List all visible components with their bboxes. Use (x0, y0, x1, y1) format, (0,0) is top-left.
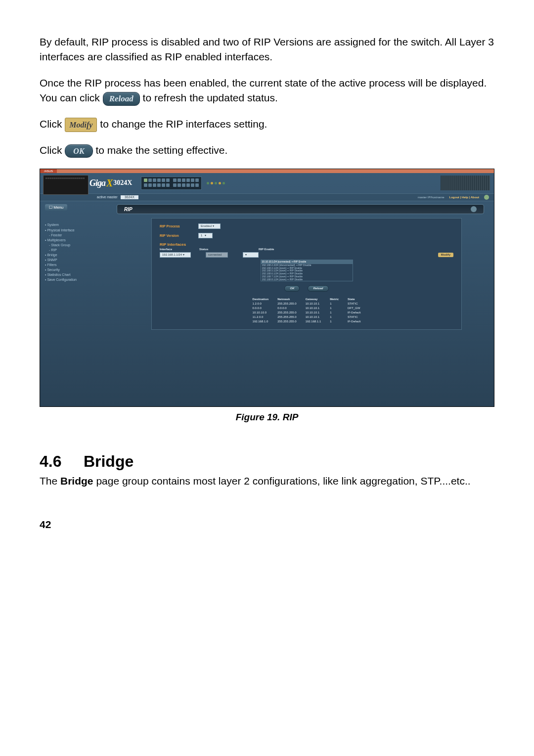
section-heading: 4.6 Bridge (40, 452, 494, 471)
section-body: The Bridge page group contains most laye… (40, 474, 494, 489)
routing-table: Destination Netmask Gateway Metric State… (248, 297, 366, 324)
table-row: 0.0.0.00.0.0.010.10.10.11DFT_GW (249, 307, 365, 310)
master-select[interactable]: 3024X (121, 195, 138, 199)
window-titlebar: /ASUS (40, 169, 494, 173)
modify-button-inline[interactable]: Modify (65, 118, 97, 132)
table-row: 11.2.0.0255.255.255.010.10.10.11STATIC (249, 315, 365, 319)
interface-select[interactable]: 192.168.1.1/24 ▾ (160, 252, 191, 258)
logo-x-icon: X (106, 178, 112, 189)
table-row: 1.2.0.0255.255.255.010.10.10.11STATIC (249, 302, 365, 306)
page-title: RIP (124, 207, 133, 213)
p2-b: to refresh the updated status. (143, 92, 278, 103)
status-field: connected (206, 252, 228, 258)
logo-brand: Giga (89, 178, 105, 188)
page-title-banner: RIP (117, 204, 484, 214)
ok-button-inline[interactable]: OK (65, 144, 92, 158)
sidebar-item-security[interactable]: • Security (45, 267, 117, 272)
col-interface: Interface (160, 248, 199, 251)
rt-h-metric: Metric (326, 298, 343, 301)
rip-interfaces-title: RIP Interfaces (160, 242, 453, 247)
col-status: Status (199, 248, 259, 251)
sidebar-item-stack[interactable]: - Stack Group (45, 243, 117, 248)
sidebar: ☐ Menu • System • Physical Interface - F… (40, 201, 117, 405)
figure-caption: Figure 19. RIP (40, 412, 494, 423)
sidebar-item-rip[interactable]: - RIP (45, 248, 117, 253)
device-thumb (43, 175, 89, 195)
sidebar-item-stats[interactable]: • Statistics Chart (45, 272, 117, 277)
rip-enable-select[interactable]: ▾ (243, 252, 259, 258)
section-title: Bridge (84, 452, 134, 470)
sb-b: page group contains most layer 2 configu… (93, 475, 471, 487)
rip-panel: RIP Process Enabled ▾ RIP Version 1 ▾ RI… (151, 218, 462, 329)
subbar-label: active master (97, 195, 118, 199)
rt-h-gw: Gateway (302, 298, 325, 301)
subbar-right-text: master IP/hostname (418, 196, 445, 199)
sidebar-item-system[interactable]: • System (45, 222, 117, 227)
paragraph-1: By default, RIP process is disabled and … (40, 35, 494, 65)
p4-a: Click (40, 144, 65, 156)
sidebar-item-filters[interactable]: • Filters (45, 263, 117, 267)
sidebar-item-bridge[interactable]: • Bridge (45, 253, 117, 258)
rt-h-dest: Destination (249, 298, 273, 301)
led-cluster (207, 182, 225, 184)
product-logo: Giga X 3024X (89, 178, 132, 189)
rack-image (441, 176, 490, 190)
sidebar-item-save[interactable]: • Save Configuration (45, 277, 117, 282)
paragraph-3: Click Modify to change the RIP interface… (40, 117, 494, 132)
sb-bold: Bridge (60, 475, 93, 487)
rip-process-label: RIP Process (160, 224, 194, 228)
rt-h-mask: Netmask (273, 298, 300, 301)
figure-screenshot: /ASUS Giga X 3024X (40, 169, 494, 407)
rip-process-select[interactable]: Enabled ▾ (198, 223, 221, 229)
p3-b: to change the RIP interfaces setting. (100, 118, 267, 130)
sidebar-item-snmp[interactable]: • SNMP (45, 258, 117, 263)
top-links[interactable]: Logout | Help | About (449, 196, 479, 199)
logo-model: 3024X (113, 179, 132, 187)
port-status-grid (141, 177, 201, 190)
interface-list[interactable]: 10.10.10.1/24 [connected] ⇒ RIP Enable 1… (261, 260, 353, 281)
section-number: 4.6 (40, 452, 79, 471)
rt-h-state: State (344, 298, 364, 301)
asus-badge: /ASUS (40, 169, 57, 173)
sidebar-item-mux[interactable]: • Multiplexers (45, 238, 117, 243)
sb-a: The (40, 475, 60, 487)
rip-version-label: RIP Version (160, 234, 194, 238)
paragraph-2: Once the RIP process has been enabled, t… (40, 76, 494, 106)
gear-icon (471, 206, 477, 212)
table-row: 192.168.1.0255.255.255.0192.168.1.11IF-D… (249, 320, 365, 323)
p3-a: Click (40, 118, 65, 130)
reload-button-inline[interactable]: Reload (103, 92, 140, 106)
rip-version-select[interactable]: 1 ▾ (198, 233, 213, 238)
sidebar-item-feeder[interactable]: - Feeder (45, 233, 117, 238)
modify-button[interactable]: Modify (438, 253, 453, 257)
menu-header: ☐ Menu (45, 204, 67, 211)
page-number: 42 (40, 519, 494, 531)
p4-b: to make the setting effective. (95, 144, 227, 156)
paragraph-4: Click OK to make the setting effective. (40, 143, 494, 158)
col-ripenable: RIP Enable (259, 248, 288, 251)
reload-button[interactable]: Reload (308, 285, 328, 292)
list-item[interactable]: 192.168.8.1/24 [down] ⇒ RIP Disable (261, 278, 353, 281)
go-icon[interactable] (484, 195, 489, 200)
table-row: 10.10.10.0255.255.255.010.10.10.11IF-Def… (249, 311, 365, 314)
ok-button[interactable]: OK (284, 285, 300, 292)
sidebar-item-physical[interactable]: • Physical Interface (45, 228, 117, 233)
